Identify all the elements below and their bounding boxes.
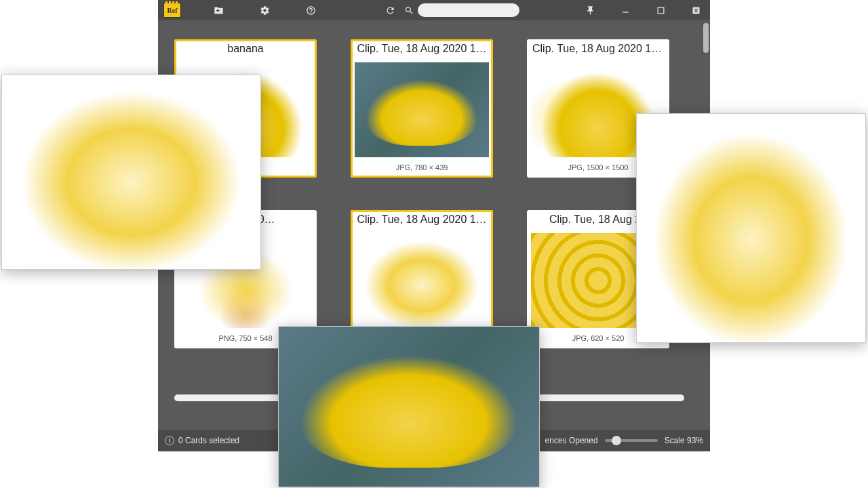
vertical-scrollbar[interactable] — [703, 23, 709, 53]
status-right-text: ences Opened — [545, 436, 598, 445]
popup-preview[interactable] — [1, 75, 261, 270]
close-button[interactable] — [687, 1, 705, 19]
scale-slider[interactable] — [605, 439, 658, 442]
status-left: i 0 Cards selected — [165, 436, 239, 445]
info-icon: i — [165, 436, 174, 445]
search-input[interactable] — [418, 3, 519, 17]
card-title: Clip. Tue, 18 Aug 2020 1… — [351, 39, 493, 58]
search-wrap — [403, 1, 519, 19]
card-thumbnail — [355, 62, 489, 157]
minimize-button[interactable] — [616, 1, 634, 19]
status-selected-text: 0 Cards selected — [178, 436, 239, 445]
search-icon — [403, 1, 415, 19]
card-title: banana — [174, 39, 317, 58]
toolbar: Ref — [158, 0, 710, 20]
popup-image — [2, 75, 260, 269]
settings-button[interactable] — [256, 1, 273, 19]
card-meta: JPG, 780 × 439 — [351, 157, 493, 178]
card[interactable]: Clip. Tue, 18 Aug 2020 1… JPG, 780 × 439 — [351, 39, 493, 178]
popup-image — [637, 114, 865, 342]
maximize-button[interactable] — [652, 1, 669, 19]
popup-preview[interactable] — [278, 326, 540, 487]
pin-button[interactable] — [581, 1, 599, 19]
svg-rect-1 — [658, 7, 664, 14]
refresh-button[interactable] — [381, 1, 399, 19]
svg-rect-0 — [623, 12, 629, 12]
status-scale-text: Scale 93% — [665, 436, 703, 445]
popup-image — [279, 327, 539, 487]
card-title: Clip. Tue, 18 Aug 2020 10… — [527, 39, 669, 58]
add-folder-button[interactable] — [210, 1, 227, 19]
card-thumbnail — [355, 233, 489, 328]
help-button[interactable] — [302, 1, 319, 19]
card-title: Clip. Tue, 18 Aug 2020 1… — [351, 210, 493, 229]
app-logo: Ref — [163, 3, 181, 18]
popup-preview[interactable] — [636, 113, 866, 343]
